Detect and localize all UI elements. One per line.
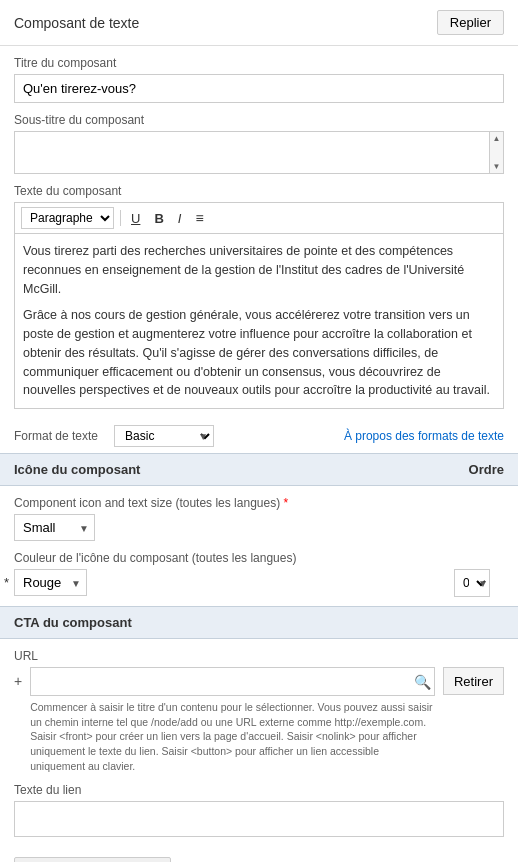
underline-button[interactable]: U — [127, 209, 144, 228]
toolbar-divider-1 — [120, 210, 121, 226]
format-text-select[interactable]: Basic Full HTML — [114, 425, 214, 447]
number-select[interactable]: 0 1 2 — [454, 569, 490, 597]
icon-size-section: Component icon and text size (toutes les… — [0, 486, 518, 551]
number-select-wrapper: 0 1 2 ▼ — [454, 569, 490, 597]
couleur-select-wrapper: Rouge Bleu Vert Noir ▼ — [14, 569, 87, 596]
icon-size-select-wrapper: Small Medium Large ▼ — [14, 514, 95, 541]
format-select[interactable]: Paragraphe — [21, 207, 114, 229]
url-main: 🔍 Commencer à saisir le titre d'un conte… — [30, 667, 435, 773]
format-label: Format de texte — [14, 429, 98, 443]
icon-size-required: * — [284, 496, 289, 510]
url-label: URL — [14, 649, 504, 663]
component-header: Composant de texte Replier — [0, 0, 518, 46]
titre-input[interactable] — [14, 74, 504, 103]
url-wrapper: 🔍 — [30, 667, 435, 696]
url-help-text: Commencer à saisir le titre d'un contenu… — [30, 700, 435, 773]
cta-section-title: CTA du composant — [14, 615, 132, 630]
format-select-wrapper: Basic Full HTML ▼ — [106, 425, 214, 447]
url-search-icon[interactable]: 🔍 — [414, 674, 431, 690]
format-row: Format de texte Basic Full HTML ▼ À prop… — [0, 419, 518, 453]
format-link[interactable]: À propos des formats de texte — [344, 429, 504, 443]
number-wrapper: 0 1 2 ▼ — [454, 569, 490, 597]
reply-button[interactable]: Replier — [437, 10, 504, 35]
sous-titre-label: Sous-titre du composant — [14, 113, 504, 127]
sous-titre-scrollbar[interactable]: ▲ ▼ — [489, 132, 503, 173]
titre-label: Titre du composant — [14, 56, 504, 70]
ajouter-button[interactable]: Ajouter un autre élément — [14, 857, 171, 862]
asterisk-marker: * — [4, 575, 9, 590]
format-left: Format de texte Basic Full HTML ▼ — [14, 425, 214, 447]
component-header-title: Composant de texte — [14, 15, 139, 31]
url-section: URL + 🔍 Commencer à saisir le titre d'un… — [0, 639, 518, 783]
content-p2: Grâce à nos cours de gestion générale, v… — [23, 306, 495, 400]
icone-section-header: Icône du composant Ordre — [0, 453, 518, 486]
url-row: + 🔍 Commencer à saisir le titre d'un con… — [14, 667, 504, 773]
cta-section-header: CTA du composant — [0, 606, 518, 639]
sous-titre-input[interactable] — [15, 132, 489, 170]
texte-lien-section: Texte du lien — [0, 783, 518, 847]
couleur-row: * Rouge Bleu Vert Noir ▼ 0 1 2 ▼ — [14, 569, 504, 596]
content-p1: Vous tirerez parti des recherches univer… — [23, 242, 495, 298]
rich-toolbar: Paragraphe U B I ≡ — [15, 203, 503, 234]
page-container: Composant de texte Replier Titre du comp… — [0, 0, 518, 862]
rich-text-area: Paragraphe U B I ≡ Vous tirerez parti de… — [14, 202, 504, 409]
texte-lien-label: Texte du lien — [14, 783, 504, 797]
couleur-select[interactable]: Rouge Bleu Vert Noir — [14, 569, 87, 596]
url-plus-icon: + — [14, 667, 22, 689]
scroll-down-arrow[interactable]: ▼ — [490, 160, 503, 173]
url-input[interactable] — [30, 667, 435, 696]
couleur-label: Couleur de l'icône du composant (toutes … — [14, 551, 504, 565]
ordre-label: Ordre — [469, 462, 504, 477]
italic-button[interactable]: I — [174, 209, 186, 228]
titre-section: Titre du composant — [0, 46, 518, 113]
texte-section: Texte du composant Paragraphe U B I ≡ Vo… — [0, 184, 518, 419]
icon-size-select[interactable]: Small Medium Large — [14, 514, 95, 541]
couleur-section: Couleur de l'icône du composant (toutes … — [0, 551, 518, 606]
ajouter-section: Ajouter un autre élément — [0, 847, 518, 862]
scroll-up-arrow[interactable]: ▲ — [490, 132, 503, 145]
texte-label: Texte du composant — [14, 184, 504, 198]
sous-titre-wrapper: ▲ ▼ — [14, 131, 504, 174]
icon-size-label: Component icon and text size (toutes les… — [14, 496, 504, 510]
rich-content[interactable]: Vous tirerez parti des recherches univer… — [15, 234, 503, 408]
icone-section-title: Icône du composant — [14, 462, 140, 477]
list-button[interactable]: ≡ — [191, 208, 207, 228]
retirer-button[interactable]: Retirer — [443, 667, 504, 695]
bold-button[interactable]: B — [150, 209, 167, 228]
texte-lien-input[interactable] — [14, 801, 504, 837]
sous-titre-section: Sous-titre du composant ▲ ▼ — [0, 113, 518, 184]
